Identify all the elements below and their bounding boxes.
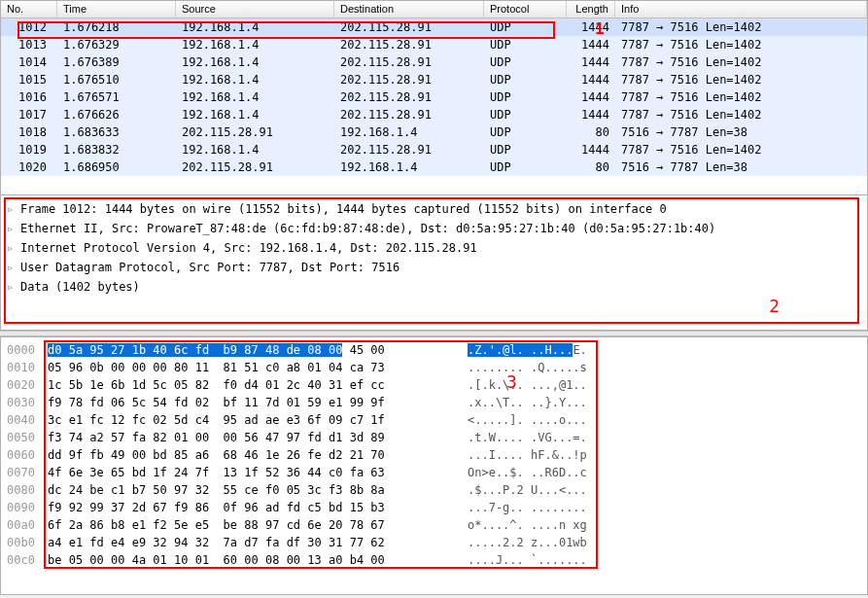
table-cell: 1.683633	[57, 123, 176, 141]
table-cell: 1444	[567, 71, 615, 88]
header-protocol[interactable]: Protocol	[484, 1, 567, 18]
expand-icon[interactable]: ▹	[7, 238, 20, 258]
hex-line[interactable]: 00b0a4 e1 fd e4 e9 32 94 32 7a d7 fa df …	[7, 534, 861, 551]
hex-offset: 0020	[7, 376, 48, 394]
table-row[interactable]: 10191.683832192.168.1.4202.115.28.91UDP1…	[1, 141, 867, 158]
hex-line[interactable]: 0060dd 9f fb 49 00 bd 85 a6 68 46 1e 26 …	[7, 446, 861, 464]
hex-bytes: d0 5a 95 27 1b 40 6c fd b9 87 48 de 08 0…	[48, 341, 440, 359]
hex-line[interactable]: 0050f3 74 a2 57 fa 82 01 00 00 56 47 97 …	[7, 429, 861, 446]
hex-line[interactable]: 0080dc 24 be c1 b7 50 97 32 55 ce f0 05 …	[7, 481, 861, 499]
detail-tree-item[interactable]: ▹Internet Protocol Version 4, Src: 192.1…	[7, 238, 861, 258]
detail-tree-item[interactable]: ▹User Datagram Protocol, Src Port: 7787,…	[7, 258, 861, 277]
hex-offset: 0040	[7, 411, 48, 429]
table-cell: 202.115.28.91	[176, 158, 334, 176]
table-cell: 7787 → 7516 Len=1402	[615, 53, 867, 71]
table-cell: 1017	[1, 106, 57, 123]
hex-dump-pane[interactable]: 0000d0 5a 95 27 1b 40 6c fd b9 87 48 de …	[0, 336, 868, 595]
table-cell: UDP	[484, 18, 567, 36]
table-cell: 7787 → 7516 Len=1402	[615, 106, 867, 123]
hex-ascii: .t.W.... .VG...=.	[440, 429, 587, 446]
table-cell: 202.115.28.91	[334, 141, 484, 158]
table-cell: 1012	[1, 18, 57, 36]
table-cell: 192.168.1.4	[176, 18, 334, 36]
table-cell: 192.168.1.4	[176, 71, 334, 88]
table-cell: 192.168.1.4	[176, 36, 334, 53]
table-cell: UDP	[484, 53, 567, 71]
table-cell: 202.115.28.91	[334, 88, 484, 106]
expand-icon[interactable]: ▹	[7, 277, 20, 297]
hex-bytes: a4 e1 fd e4 e9 32 94 32 7a d7 fa df 30 3…	[48, 534, 440, 551]
hex-bytes: 1c 5b 1e 6b 1d 5c 05 82 f0 d4 01 2c 40 3…	[48, 376, 440, 394]
detail-tree-item[interactable]: ▹Ethernet II, Src: ProwareT_87:48:de (6c…	[7, 219, 861, 238]
table-row[interactable]: 10181.683633202.115.28.91192.168.1.4UDP8…	[1, 123, 867, 141]
table-row[interactable]: 10161.676571192.168.1.4202.115.28.91UDP1…	[1, 88, 867, 106]
hex-bytes: f3 74 a2 57 fa 82 01 00 00 56 47 97 fd d…	[48, 429, 440, 446]
table-cell: 1018	[1, 123, 57, 141]
table-cell: 1020	[1, 158, 57, 176]
table-cell: UDP	[484, 141, 567, 158]
table-row[interactable]: 10131.676329192.168.1.4202.115.28.91UDP1…	[1, 36, 867, 53]
table-row[interactable]: 10151.676510192.168.1.4202.115.28.91UDP1…	[1, 71, 867, 88]
packet-list-pane[interactable]: No. Time Source Destination Protocol Len…	[0, 0, 868, 194]
table-row[interactable]: 10171.676626192.168.1.4202.115.28.91UDP1…	[1, 106, 867, 123]
hex-bytes: f9 78 fd 06 5c 54 fd 02 bf 11 7d 01 59 e…	[48, 394, 440, 411]
hex-offset: 0060	[7, 446, 48, 464]
expand-icon[interactable]: ▹	[7, 199, 20, 219]
hex-offset: 0090	[7, 499, 48, 516]
table-cell: 7787 → 7516 Len=1402	[615, 71, 867, 88]
hex-line[interactable]: 00c0be 05 00 00 4a 01 10 01 60 00 08 00 …	[7, 551, 861, 569]
header-no[interactable]: No.	[1, 1, 57, 18]
table-cell: 7787 → 7516 Len=1402	[615, 141, 867, 158]
expand-icon[interactable]: ▹	[7, 258, 20, 277]
hex-bytes: f9 92 99 37 2d 67 f9 86 0f 96 ad fd c5 b…	[48, 499, 440, 516]
hex-bytes: 3c e1 fc 12 fc 02 5d c4 95 ad ae e3 6f 0…	[48, 411, 440, 429]
table-cell: 192.168.1.4	[334, 123, 484, 141]
expand-icon[interactable]: ▹	[7, 219, 20, 238]
table-row[interactable]: 10121.676218192.168.1.4202.115.28.91UDP1…	[1, 18, 867, 36]
detail-tree-item[interactable]: ▹Data (1402 bytes)	[7, 277, 861, 297]
hex-line[interactable]: 0030f9 78 fd 06 5c 54 fd 02 bf 11 7d 01 …	[7, 394, 861, 411]
table-cell: 202.115.28.91	[176, 123, 334, 141]
table-cell: 202.115.28.91	[334, 36, 484, 53]
hex-ascii: ...7-g.. ........	[440, 499, 587, 516]
detail-tree-item[interactable]: ▹Frame 1012: 1444 bytes on wire (11552 b…	[7, 199, 861, 219]
annotation-label-2: 2	[769, 296, 780, 316]
hex-line[interactable]: 0090f9 92 99 37 2d 67 f9 86 0f 96 ad fd …	[7, 499, 861, 516]
table-cell: 192.168.1.4	[176, 88, 334, 106]
table-cell: 1.683832	[57, 141, 176, 158]
packet-details-pane[interactable]: ▹Frame 1012: 1444 bytes on wire (11552 b…	[0, 194, 868, 331]
hex-line[interactable]: 00a06f 2a 86 b8 e1 f2 5e e5 be 88 97 cd …	[7, 516, 861, 534]
hex-offset: 0050	[7, 429, 48, 446]
table-cell: 1.676218	[57, 18, 176, 36]
table-row[interactable]: 10201.686950202.115.28.91192.168.1.4UDP8…	[1, 158, 867, 176]
hex-bytes: 4f 6e 3e 65 bd 1f 24 7f 13 1f 52 36 44 c…	[48, 464, 440, 481]
table-cell: UDP	[484, 123, 567, 141]
table-cell: 192.168.1.4	[176, 106, 334, 123]
hex-offset: 0070	[7, 464, 48, 481]
hex-ascii: .....2.2 z...01wb	[440, 534, 587, 551]
table-cell: 1444	[567, 18, 615, 36]
hex-line[interactable]: 00403c e1 fc 12 fc 02 5d c4 95 ad ae e3 …	[7, 411, 861, 429]
table-cell: UDP	[484, 71, 567, 88]
table-row[interactable]: 10141.676389192.168.1.4202.115.28.91UDP1…	[1, 53, 867, 71]
hex-offset: 0010	[7, 359, 48, 376]
table-cell: 1444	[567, 141, 615, 158]
header-destination[interactable]: Destination	[334, 1, 484, 18]
header-length[interactable]: Length	[567, 1, 615, 18]
hex-line[interactable]: 001005 96 0b 00 00 00 80 11 81 51 c0 a8 …	[7, 359, 861, 376]
hex-offset: 00c0	[7, 551, 48, 569]
hex-line[interactable]: 00201c 5b 1e 6b 1d 5c 05 82 f0 d4 01 2c …	[7, 376, 861, 394]
hex-bytes: be 05 00 00 4a 01 10 01 60 00 08 00 13 a…	[48, 551, 440, 569]
table-cell: UDP	[484, 36, 567, 53]
packet-table-header: No. Time Source Destination Protocol Len…	[1, 1, 867, 18]
table-cell: 1.676329	[57, 36, 176, 53]
hex-ascii: .Z.'.@l. ..H...E.	[440, 341, 587, 359]
header-time[interactable]: Time	[57, 1, 176, 18]
header-source[interactable]: Source	[176, 1, 334, 18]
header-info[interactable]: Info	[615, 1, 867, 18]
hex-line[interactable]: 0000d0 5a 95 27 1b 40 6c fd b9 87 48 de …	[7, 341, 861, 359]
table-cell: 192.168.1.4	[176, 53, 334, 71]
table-cell: 7787 → 7516 Len=1402	[615, 18, 867, 36]
hex-ascii: .x..\T.. ..}.Y...	[440, 394, 587, 411]
hex-line[interactable]: 00704f 6e 3e 65 bd 1f 24 7f 13 1f 52 36 …	[7, 464, 861, 481]
